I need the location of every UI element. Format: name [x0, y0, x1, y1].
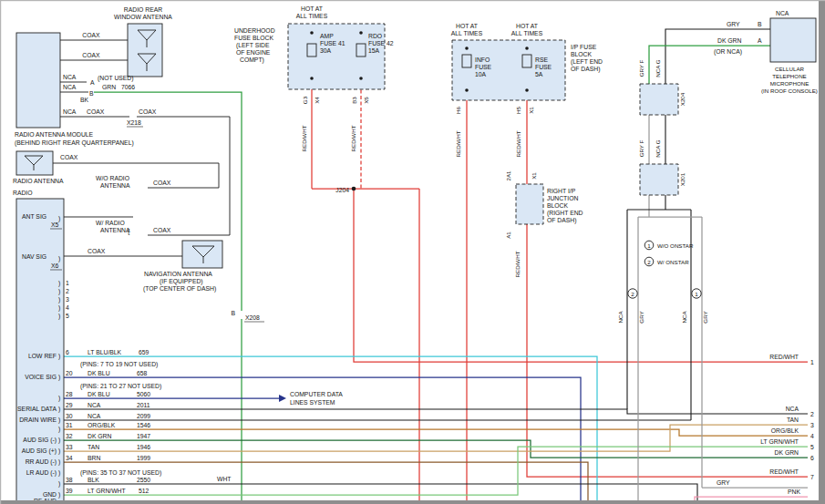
- pin-bracket: ): [58, 280, 60, 287]
- fuse-name: FUSE 42: [368, 40, 394, 46]
- wire-color-label: RED/WHT: [350, 125, 356, 151]
- pin-function-label: LR AUD (-): [26, 469, 57, 477]
- wire-color-label: DK BLU: [88, 370, 110, 376]
- coax-label: COAX: [88, 248, 106, 254]
- pin-function-label: AUD SIG (-): [23, 437, 57, 444]
- not-used-label: (NOT USED): [98, 75, 134, 82]
- computer-data-lines-label: LINES SYSTEM: [290, 399, 335, 406]
- coax-label: COAX: [87, 108, 105, 115]
- wire-color-label: ORG/BLK: [771, 427, 799, 434]
- terminal-label: H5: [515, 106, 521, 113]
- circuit-number: 1947: [137, 433, 150, 439]
- radio-antenna-box: [16, 151, 53, 175]
- nav-antenna-labels: NAVIGATION ANTENNA (IF EQUIPPED) (TOP CE…: [143, 271, 216, 293]
- antenna-module-box: [16, 33, 60, 128]
- connector-x208-label: X208: [245, 314, 260, 321]
- legend-2-number: 2: [647, 259, 651, 265]
- wire-color-terminal-label: NCA G: [655, 59, 661, 77]
- ref-number: 6: [810, 455, 814, 461]
- block-name: JUNCTION: [547, 195, 578, 201]
- pin-number: 38: [66, 477, 73, 483]
- nav-antenna-name: NAVIGATION ANTENNA: [144, 271, 212, 277]
- pin-number: 30: [66, 413, 73, 419]
- block-location: COMPT): [240, 57, 264, 64]
- wire-color-label: NCA: [681, 311, 687, 324]
- window-edge-left: [0, 0, 1, 504]
- wire-color-label: LT BLU/BLK: [88, 349, 122, 355]
- pin-function-label: VOICE SIG: [25, 374, 57, 380]
- nca-label: NCA: [776, 10, 789, 16]
- pin-function-label: AUD SIG (+): [22, 447, 57, 455]
- unused-pins-note: (PINS: 7 TO 19 NOT USED): [80, 361, 158, 368]
- terminal-dot: [310, 31, 314, 35]
- wire-ltgrnwht-512: [64, 447, 808, 495]
- legend: 1 W/O ONSTAR 2 W/ ONSTAR: [645, 241, 694, 266]
- wire-color-label: NCA: [88, 402, 101, 408]
- pin-function-label: ANT SIG: [22, 213, 46, 220]
- wire-color-label: ORG/BLK: [88, 422, 116, 428]
- wire-color-label: DK GRN: [717, 37, 742, 44]
- circuit-number: 658: [137, 370, 148, 376]
- window-edge-right: [819, 0, 825, 504]
- terminal-dot: [465, 88, 469, 92]
- wire-radio-antenna-coax: [53, 163, 219, 188]
- ref-number: 3: [810, 422, 814, 428]
- block-name: RIGHT I/P: [547, 188, 576, 194]
- pin-number: 29: [66, 402, 73, 408]
- circuit-number: 7066: [121, 84, 135, 90]
- legend-1-number: 1: [647, 242, 651, 249]
- fuse-name: FUSE 41: [320, 40, 345, 46]
- block-name: FUSE BLOCK: [234, 35, 274, 41]
- rear-antenna-title: RADIO REAR: [124, 6, 162, 13]
- pin-number: 34: [66, 455, 73, 461]
- circuit-number: 512: [139, 488, 150, 494]
- wire-color-label: TAN: [88, 444, 99, 450]
- pin-bracket: ): [58, 395, 60, 402]
- pin-bracket: ): [58, 304, 60, 312]
- pin-bracket: ): [58, 288, 60, 295]
- connector-label: X5: [363, 97, 369, 104]
- terminal-label: B3: [351, 97, 357, 104]
- hot-at-all-times-label: ALL TIMES: [296, 13, 328, 19]
- terminal-label: G3: [302, 96, 308, 104]
- wiring-diagram-canvas: RADIO REAR WINDOW ANTENNA COAX COAX NCA …: [0, 0, 825, 504]
- ref-number: 5: [810, 444, 814, 450]
- wire-color-alt-label: (OR NCA): [714, 48, 742, 56]
- pin-bracket: ): [58, 491, 60, 499]
- splice-j204-label: J204: [335, 187, 349, 193]
- fuse-name: RDO: [368, 33, 382, 39]
- wire-color-label: DK GRN: [88, 433, 112, 439]
- pin-number: 20: [66, 370, 73, 376]
- ref-number: 7: [810, 474, 814, 480]
- circuit-number: 659: [139, 349, 150, 355]
- hot-at-all-times-label: ALL TIMES: [451, 30, 483, 36]
- fuse-name: FUSE: [475, 64, 492, 70]
- unused-pin-number: 3: [66, 296, 69, 303]
- option-1-number: 1: [695, 291, 698, 297]
- fuse-rating: 30A: [320, 47, 332, 54]
- rear-window-antenna-box: [128, 24, 162, 77]
- block-location: (LEFT END: [571, 58, 603, 66]
- wire-color-label: RED/WHT: [769, 354, 799, 360]
- coax-label: COAX: [153, 180, 171, 186]
- wire-coax-out-2: [137, 117, 230, 235]
- nca-label: NCA: [63, 84, 77, 90]
- pin-bracket: ): [58, 437, 60, 444]
- unused-pin-number: 5: [66, 313, 69, 319]
- wo-radio-antenna-label: ANTENNA: [100, 182, 130, 189]
- inline-connector-x204-box: [640, 84, 678, 115]
- legend-2-text: W/ ONSTAR: [657, 259, 689, 265]
- ip-fuse-block-box: [452, 40, 565, 100]
- terminal-label: 2A1: [505, 170, 511, 181]
- pin-bracket: ): [58, 447, 60, 455]
- radio-label: RADIO: [13, 190, 33, 196]
- splice-j204-dot: [352, 187, 356, 191]
- radio-antenna-label: RADIO ANTENNA: [13, 178, 64, 184]
- schematic-page: RADIO REAR WINDOW ANTENNA COAX COAX NCA …: [0, 0, 825, 504]
- terminal-label: A1: [505, 231, 511, 239]
- circuit-number: 5060: [137, 391, 150, 397]
- terminal-label: H6: [455, 106, 461, 113]
- connector-x5-label: X5: [51, 221, 59, 228]
- w-radio-antenna-label: ANTENNA: [100, 227, 130, 233]
- module-name: RADIO ANTENNA MODULE: [15, 131, 94, 138]
